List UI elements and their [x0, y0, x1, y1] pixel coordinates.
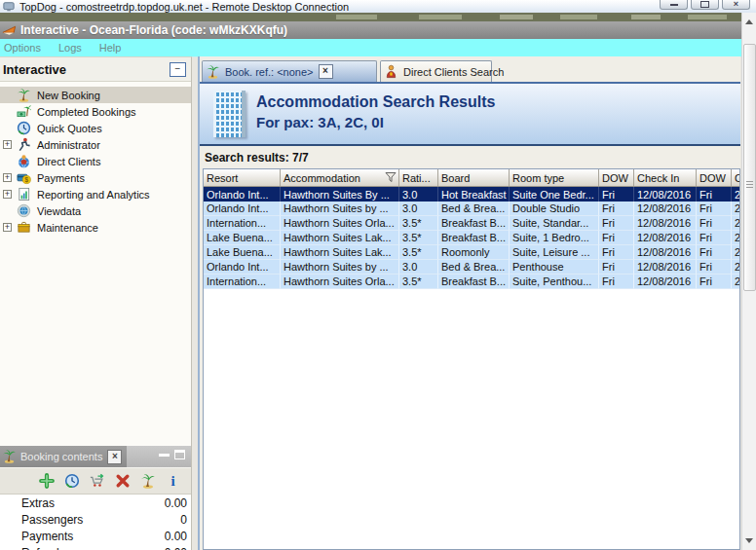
booking-row-refunds[interactable]: Refunds0.00 [0, 544, 191, 550]
column-header-label: Rati... [402, 172, 431, 184]
column-header-dow[interactable]: DOW [599, 169, 634, 186]
sidebar-header: Interactive − [0, 57, 191, 82]
cell-dow-row-6: Fri [599, 260, 634, 275]
scrollbar-grip-icon [746, 181, 753, 189]
palm-tree-icon [2, 449, 18, 464]
sidebar-item-quick-quotes[interactable]: Quick Quotes [0, 120, 191, 136]
menubar: Options Logs Help [0, 39, 742, 57]
cell-c-row-4: 2 [732, 231, 740, 245]
column-header-dow[interactable]: DOW [697, 169, 732, 186]
expand-plus-icon[interactable]: + [3, 140, 12, 149]
app-logo-icon [2, 23, 17, 37]
booking-contents-tab[interactable]: Booking contents × [0, 446, 127, 467]
minimize-icon [670, 4, 678, 6]
maximize-button[interactable] [691, 0, 719, 10]
search-results-count: Search results: 7/7 [205, 151, 309, 165]
result-row-7[interactable]: Internation...Hawthorn Suites Orla...3.5… [204, 275, 739, 289]
scrollbar-thumb[interactable] [743, 44, 756, 291]
scroll-down-icon[interactable] [742, 533, 756, 548]
booking-contents-panel: Booking contents × i Extras0.00Passenger… [0, 446, 192, 550]
rdp-titlebar: TopDog - comostreetrdp.topdog.uk.net - R… [0, 0, 756, 13]
cell-room-type-row-1: Suite One Bedr... [510, 187, 599, 202]
booking-row-value: 0.00 [165, 496, 187, 510]
minimize-button[interactable] [660, 0, 688, 10]
menu-help[interactable]: Help [91, 42, 131, 54]
result-row-2[interactable]: Orlando Int...Hawthorn Suites by ...3.0B… [204, 202, 739, 216]
cell-c-row-5: 2 [732, 245, 740, 260]
booking-contents-rows: Extras0.00Passengers0Payments0.00Refunds… [0, 495, 191, 550]
cell-dow-row-2: Fri [697, 202, 732, 216]
menu-options[interactable]: Options [0, 42, 50, 54]
tab-close-icon[interactable]: × [319, 64, 333, 79]
column-header-check-in[interactable]: Check In [634, 169, 697, 186]
sidebar-item-new-booking[interactable]: New Booking [0, 87, 191, 103]
expand-plus-icon[interactable]: + [3, 173, 12, 182]
panel-maximize-icon[interactable] [174, 450, 185, 459]
clock-globe-icon [17, 121, 32, 136]
clock-globe-icon[interactable] [63, 473, 80, 490]
menu-logs[interactable]: Logs [50, 42, 91, 54]
booking-row-extras[interactable]: Extras0.00 [0, 495, 191, 511]
column-header-room-type[interactable]: Room type [510, 169, 599, 186]
results-table-body: Orlando Int...Hawthorn Suites By ...3.0H… [204, 187, 739, 289]
result-row-5[interactable]: Lake Buena...Hawthorn Suites Lak...3.5*R… [204, 245, 739, 260]
sidebar-item-payments[interactable]: +$Payments [0, 169, 191, 186]
cell-c-row-6: 2 [732, 260, 740, 275]
globe-people-icon [17, 154, 32, 169]
sidebar-collapse-button[interactable]: − [170, 62, 186, 77]
column-header-resort[interactable]: Resort [204, 169, 281, 186]
add-icon[interactable] [38, 473, 55, 490]
result-row-4[interactable]: Lake Buena...Hawthorn Suites Lak...3.5*B… [204, 231, 739, 245]
result-row-3[interactable]: Internation...Hawthorn Suites Orla...3.5… [204, 216, 739, 231]
cell-dow-row-4: Fri [599, 231, 634, 245]
result-row-6[interactable]: Orlando Int...Hawthorn Suites by ...3.0B… [204, 260, 739, 275]
cell-board-row-5: Roomonly [438, 245, 510, 260]
expand-plus-icon[interactable]: + [3, 223, 12, 232]
cell-rati-row-6: 3.0 [399, 260, 438, 275]
sidebar-item-administrator[interactable]: +Administrator [0, 136, 191, 153]
cell-dow-row-3: Fri [599, 216, 634, 231]
sidebar-item-label: Viewdata [37, 205, 81, 217]
palm-tree-icon[interactable] [139, 473, 156, 490]
booking-row-passengers[interactable]: Passengers0 [0, 511, 191, 528]
column-header-accommodation[interactable]: Accommodation [281, 169, 399, 186]
booking-contents-close-icon[interactable]: × [107, 450, 122, 464]
column-header-board[interactable]: Board [438, 169, 510, 186]
cell-room-type-row-2: Double Studio [510, 202, 599, 216]
booking-row-payments[interactable]: Payments0.00 [0, 528, 191, 544]
tab-direct-clients-search[interactable]: Direct Clients Search [380, 60, 492, 82]
cell-resort-row-4: Lake Buena... [204, 231, 281, 245]
cell-check-in-row-3: 12/08/2016 [634, 216, 697, 231]
panel-minimize-icon[interactable] [159, 454, 170, 457]
sidebar-item-reporting-and-analytics[interactable]: +Reporting and Analytics [0, 186, 191, 202]
column-header-rati[interactable]: Rati... [399, 169, 438, 186]
cell-resort-row-1: Orlando Int... [204, 187, 281, 202]
palm-tree-icon [17, 88, 32, 103]
cell-check-in-row-7: 12/08/2016 [634, 275, 697, 289]
results-subtitle: For pax: 3A, 2C, 0I [256, 114, 384, 130]
cell-board-row-6: Bed & Brea... [438, 260, 510, 275]
sidebar-item-viewdata[interactable]: Viewdata [0, 202, 191, 219]
scroll-up-icon[interactable] [742, 15, 756, 29]
sidebar-item-direct-clients[interactable]: Direct Clients [0, 153, 191, 169]
sidebar-item-maintenance[interactable]: +Maintenance [0, 219, 191, 236]
cart-icon[interactable] [89, 473, 105, 490]
filter-funnel-icon[interactable] [385, 171, 397, 183]
expand-plus-icon[interactable]: + [3, 190, 12, 199]
cell-dow-row-5: Fri [697, 245, 732, 260]
close-icon: × [734, 1, 738, 8]
result-row-1[interactable]: Orlando Int...Hawthorn Suites By ...3.0H… [204, 187, 739, 202]
sidebar-item-completed-bookings[interactable]: Completed Bookings [0, 103, 191, 120]
booking-row-label: Payments [21, 530, 73, 543]
sidebar-item-label: Direct Clients [37, 156, 100, 167]
tab-booking-ref[interactable]: Book. ref.: <none> × [202, 60, 377, 82]
remote-desktop-strip [0, 13, 742, 21]
cell-rati-row-7: 3.5* [399, 275, 438, 289]
delete-icon[interactable] [114, 473, 131, 490]
booking-contents-toolbar: i [0, 467, 191, 495]
close-button[interactable]: × [722, 0, 750, 10]
column-header-c[interactable]: C [732, 169, 740, 186]
cell-accommodation-row-3: Hawthorn Suites Orla... [281, 216, 399, 231]
vertical-scrollbar[interactable] [741, 13, 756, 550]
info-icon[interactable]: i [165, 473, 181, 490]
